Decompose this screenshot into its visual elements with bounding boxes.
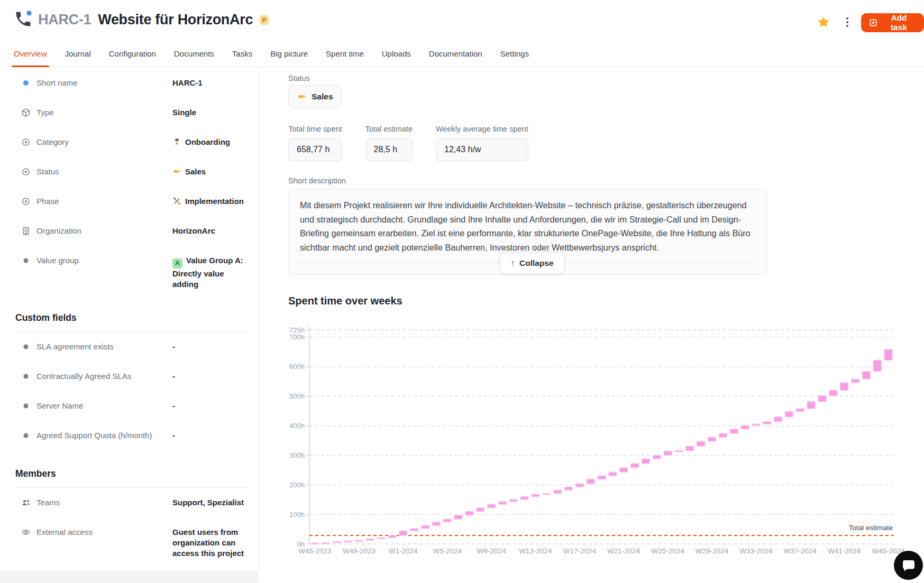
stat-value-field[interactable]: 658,77 h <box>288 138 342 161</box>
chart-title: Spent time over weeks <box>288 295 402 307</box>
week-bar-W34-2024 <box>763 422 771 424</box>
cube-icon <box>21 108 31 117</box>
tab-spent-time[interactable]: Spent time <box>326 40 364 67</box>
field-label: Type <box>36 107 54 118</box>
stat-weekly-average-time-spent: Weekly average time spent12,43 h/w <box>436 125 528 161</box>
chat-widget-button[interactable] <box>894 551 923 580</box>
tab-settings[interactable]: Settings <box>500 40 529 67</box>
field-value[interactable]: HorizonArc <box>172 226 249 236</box>
week-bar-W21-2024 <box>620 468 628 472</box>
week-bar-W9-2024 <box>488 504 496 508</box>
section-heading-custom-fields: Custom fields <box>15 312 249 323</box>
week-bar-W17-2024 <box>575 484 583 487</box>
week-bar-W49-2023 <box>355 540 363 541</box>
x-axis-tick-label: W41-2024 <box>828 547 861 555</box>
add-task-plus-icon <box>869 18 877 27</box>
star-icon[interactable] <box>817 15 830 29</box>
police-officer-icon <box>172 137 181 146</box>
week-bar-W27-2024 <box>686 446 694 450</box>
status-badge[interactable]: Sales <box>288 85 342 108</box>
stat-label: Total estimate <box>365 125 413 133</box>
week-bar-W46-2023 <box>322 543 330 544</box>
field-value[interactable]: Support, Spezialist <box>172 497 249 508</box>
field-row-type: TypeSingle <box>21 103 249 133</box>
tab-journal[interactable]: Journal <box>65 40 91 67</box>
tab-documentation[interactable]: Documentation <box>429 40 482 67</box>
section-divider <box>15 331 249 332</box>
project-details-sidebar: Short nameHARC-1TypeSingleCategoryOnboar… <box>0 67 259 559</box>
field-label: Category <box>36 137 69 147</box>
x-axis-tick-label: W49-2023 <box>343 547 376 555</box>
tab-uploads[interactable]: Uploads <box>382 40 411 67</box>
field-row-status: StatusSales <box>21 162 249 192</box>
field-label: Phase <box>36 196 59 207</box>
building-icon <box>21 226 31 236</box>
field-value[interactable]: Guest users from organization can access… <box>172 527 249 559</box>
field-label: Contractually Agreed SLAs <box>36 371 131 382</box>
week-bar-W7-2024 <box>465 512 473 515</box>
field-label: External access <box>36 527 93 538</box>
week-bar-W36-2024 <box>785 412 793 417</box>
field-value[interactable]: HARC-1 <box>172 78 249 88</box>
field-row-organization: OrganizationHorizonArc <box>21 221 249 251</box>
field-label: Status <box>36 166 59 177</box>
week-bar-W45-2024 <box>884 349 892 360</box>
gray-dot-icon <box>21 256 31 265</box>
field-row-server-name: Server Name- <box>21 396 249 426</box>
week-bar-W4-2024 <box>432 522 440 526</box>
field-value[interactable]: - <box>172 430 249 441</box>
field-value[interactable]: Implementation <box>172 196 249 207</box>
tab-configuration[interactable]: Configuration <box>109 40 156 67</box>
field-value[interactable]: - <box>172 401 249 411</box>
field-value[interactable]: Onboarding <box>172 137 249 147</box>
stat-value-field[interactable]: 12,43 h/w <box>436 138 528 161</box>
x-axis-tick-label: W45-2023 <box>298 547 331 555</box>
week-bar-W13-2024 <box>532 494 539 496</box>
handshake-icon <box>172 167 181 176</box>
spent-time-chart: 0h100h200h300h400h500h600h700h725hTotal … <box>249 315 910 571</box>
y-axis-tick-label: 200h <box>289 481 305 489</box>
week-bar-W35-2024 <box>774 417 782 422</box>
field-value[interactable]: Single <box>172 107 249 118</box>
radio-icon <box>21 137 31 147</box>
time-stats-row: Total time spent658,77 hTotal estimate28… <box>288 125 528 161</box>
tab-tasks[interactable]: Tasks <box>232 40 252 67</box>
page-title: HARC-1 Website für HorizonArc P <box>38 12 269 28</box>
week-bar-W30-2024 <box>719 433 727 437</box>
y-axis-tick-label: 400h <box>289 422 305 430</box>
field-value[interactable]: - <box>172 371 249 382</box>
phone-logo-icon <box>14 10 33 29</box>
short-description-label: Short description <box>288 177 346 185</box>
field-value[interactable]: Sales <box>172 166 249 177</box>
field-row-contractually-agreed-slas: Contractually Agreed SLAs- <box>21 367 249 396</box>
week-bar-W44-2024 <box>873 360 881 372</box>
week-bar-W31-2024 <box>730 429 738 433</box>
collapse-button[interactable]: ↑ Collapse <box>500 252 564 274</box>
tab-overview[interactable]: Overview <box>14 40 47 67</box>
handshake-icon <box>297 92 307 101</box>
field-value[interactable]: AValue Group A: Directly value adding <box>172 255 249 290</box>
field-label: Teams <box>36 497 60 508</box>
tab-documents[interactable]: Documents <box>174 40 214 67</box>
hammer-wrench-icon <box>172 197 181 206</box>
week-bar-W51-2023 <box>377 538 385 539</box>
section-divider <box>15 487 249 488</box>
stat-label: Weekly average time spent <box>436 125 528 133</box>
field-label: Agreed Support Quota (h/month) <box>36 430 152 441</box>
project-p-badge: P <box>260 15 269 25</box>
field-value[interactable]: - <box>172 341 249 352</box>
y-axis-tick-label: 700h <box>289 333 305 341</box>
kebab-menu-icon[interactable] <box>843 16 852 28</box>
stat-total-estimate: Total estimate28,5 h <box>365 125 413 161</box>
y-axis-tick-label: 500h <box>289 392 305 400</box>
week-bar-W52-2023 <box>388 535 396 538</box>
x-axis-tick-label: W21-2024 <box>607 547 641 555</box>
gray-dot-icon <box>21 431 31 440</box>
add-task-button[interactable]: Add task <box>861 13 924 32</box>
field-row-sla-agreement-exists: SLA agreement exists- <box>21 337 249 367</box>
stat-value-field[interactable]: 28,5 h <box>365 138 413 161</box>
week-bar-W39-2024 <box>818 396 826 402</box>
field-row-external-access: External accessGuest users from organiza… <box>21 523 249 559</box>
week-bar-W26-2024 <box>675 450 683 451</box>
tab-big-picture[interactable]: Big picture <box>270 40 308 67</box>
